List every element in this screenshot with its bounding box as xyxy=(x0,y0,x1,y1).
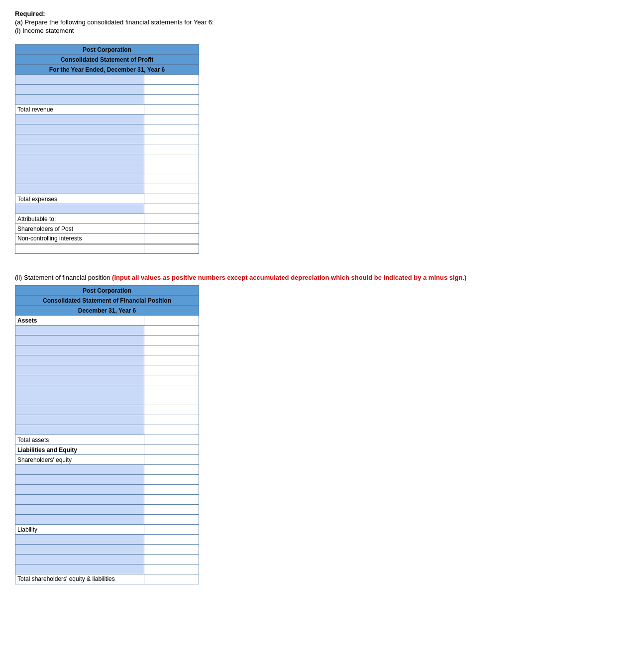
fp-liability-row-2 xyxy=(15,545,199,555)
fp-equity-value-1[interactable] xyxy=(144,465,199,475)
shareholders-equity-row: Shareholders' equity xyxy=(15,455,199,465)
income-label-12 xyxy=(15,184,144,194)
income-title-3: For the Year Ended, December 31, Year 6 xyxy=(15,65,199,75)
fp-equity-row-2 xyxy=(15,475,199,485)
fp-asset-value-5[interactable] xyxy=(144,365,199,375)
income-title-1: Post Corporation xyxy=(15,45,199,55)
nci-row: Non-controlling interests xyxy=(15,234,199,244)
income-value-1[interactable] xyxy=(144,75,199,85)
part-a-text: (a) Prepare the following consolidated f… xyxy=(15,18,627,26)
shareholders-label: Shareholders of Post xyxy=(15,224,144,234)
required-label: Required: xyxy=(15,10,627,17)
income-value-8[interactable] xyxy=(144,144,199,154)
fp-title-2: Consolidated Statement of Financial Posi… xyxy=(15,296,199,306)
fp-asset-value-2[interactable] xyxy=(144,336,199,345)
total-expenses-row: Total expenses xyxy=(15,194,199,204)
fp-equity-row-1 xyxy=(15,465,199,475)
fp-asset-value-8[interactable] xyxy=(144,395,199,405)
total-equity-liabilities-value[interactable] xyxy=(144,574,199,584)
required-section: Required: (a) Prepare the following cons… xyxy=(15,10,627,34)
income-row-9 xyxy=(15,154,199,164)
income-label-10 xyxy=(15,164,144,174)
liabilities-header-value[interactable] xyxy=(144,445,199,455)
fp-asset-label-7 xyxy=(15,385,144,395)
income-final-label xyxy=(15,244,144,254)
fp-liability-label-3 xyxy=(15,555,144,564)
income-value-blank[interactable] xyxy=(144,204,199,214)
liability-value[interactable] xyxy=(144,525,199,535)
fp-equity-label-1 xyxy=(15,465,144,475)
fp-title-1: Post Corporation xyxy=(15,286,199,296)
fp-title-row-2: Consolidated Statement of Financial Posi… xyxy=(15,296,199,306)
fp-equity-value-2[interactable] xyxy=(144,475,199,485)
total-assets-row: Total assets xyxy=(15,435,199,445)
fp-liability-value-3[interactable] xyxy=(144,555,199,564)
liabilities-label: Liabilities and Equity xyxy=(15,445,144,455)
income-final-value[interactable] xyxy=(144,244,199,254)
fp-asset-label-1 xyxy=(15,326,144,336)
income-value-11[interactable] xyxy=(144,174,199,184)
fp-equity-row-6 xyxy=(15,515,199,525)
fp-asset-value-4[interactable] xyxy=(144,355,199,365)
fp-equity-value-6[interactable] xyxy=(144,515,199,525)
income-title-row-2: Consolidated Statement of Profit xyxy=(15,55,199,65)
fp-asset-value-1[interactable] xyxy=(144,326,199,336)
income-value-12[interactable] xyxy=(144,184,199,194)
income-label-7 xyxy=(15,134,144,144)
fp-asset-value-6[interactable] xyxy=(144,375,199,385)
total-expenses-value[interactable] xyxy=(144,194,199,204)
fp-asset-row-8 xyxy=(15,395,199,405)
fp-asset-row-10 xyxy=(15,415,199,425)
total-assets-value[interactable] xyxy=(144,435,199,445)
fp-equity-value-3[interactable] xyxy=(144,485,199,495)
fp-asset-label-5 xyxy=(15,365,144,375)
total-revenue-value[interactable] xyxy=(144,105,199,114)
income-value-2[interactable] xyxy=(144,85,199,95)
income-label-6 xyxy=(15,124,144,134)
fp-asset-value-9[interactable] xyxy=(144,405,199,415)
fp-asset-value-11[interactable] xyxy=(144,425,199,435)
fp-liability-value-1[interactable] xyxy=(144,535,199,545)
income-value-10[interactable] xyxy=(144,164,199,174)
nci-value[interactable] xyxy=(144,234,199,244)
income-row-12 xyxy=(15,184,199,194)
income-title-2: Consolidated Statement of Profit xyxy=(15,55,199,65)
fp-liability-row-4 xyxy=(15,564,199,574)
income-label-9 xyxy=(15,154,144,164)
fp-liability-label-1 xyxy=(15,535,144,545)
income-label-blank xyxy=(15,204,144,214)
fp-asset-label-9 xyxy=(15,405,144,415)
income-value-6[interactable] xyxy=(144,124,199,134)
income-final-row xyxy=(15,244,199,254)
income-value-5[interactable] xyxy=(144,114,199,124)
nci-label: Non-controlling interests xyxy=(15,234,144,244)
fp-title-row-1: Post Corporation xyxy=(15,286,199,296)
fp-equity-value-5[interactable] xyxy=(144,505,199,515)
liability-label: Liability xyxy=(15,525,144,535)
fp-asset-label-10 xyxy=(15,415,144,425)
shareholders-value[interactable] xyxy=(144,224,199,234)
income-value-7[interactable] xyxy=(144,134,199,144)
fp-liability-label-4 xyxy=(15,564,144,574)
attributable-row: Attributable to: xyxy=(15,214,199,224)
part-ii-red: (Input all values as positive numbers ex… xyxy=(112,274,466,281)
fp-equity-value-4[interactable] xyxy=(144,495,199,505)
income-statement-table: Post Corporation Consolidated Statement … xyxy=(15,44,199,254)
income-row-7 xyxy=(15,134,199,144)
fp-asset-label-4 xyxy=(15,355,144,365)
attributable-value[interactable] xyxy=(144,214,199,224)
fp-liability-value-2[interactable] xyxy=(144,545,199,555)
fp-liability-value-4[interactable] xyxy=(144,564,199,574)
liabilities-header-row: Liabilities and Equity xyxy=(15,445,199,455)
fp-asset-value-7[interactable] xyxy=(144,385,199,395)
income-value-9[interactable] xyxy=(144,154,199,164)
fp-asset-label-11 xyxy=(15,425,144,435)
income-value-3[interactable] xyxy=(144,95,199,105)
fp-asset-value-10[interactable] xyxy=(144,415,199,425)
total-equity-liabilities-label: Total shareholders' equity & liabilities xyxy=(15,574,144,584)
fp-liability-row-1 xyxy=(15,535,199,545)
shareholders-equity-value[interactable] xyxy=(144,455,199,465)
income-label-2 xyxy=(15,85,144,95)
assets-header-value[interactable] xyxy=(144,316,199,326)
fp-asset-value-3[interactable] xyxy=(144,345,199,355)
